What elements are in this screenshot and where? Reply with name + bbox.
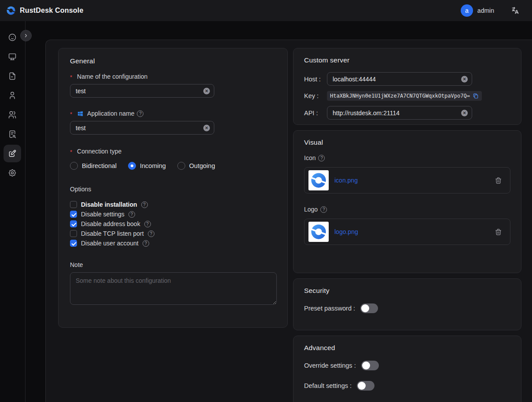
visual-card: Visual Icon ? ico <box>293 130 521 273</box>
logo-file-link[interactable]: logo.png <box>334 228 495 235</box>
avatar[interactable]: a <box>461 4 473 17</box>
rustdesk-logo-icon <box>6 6 16 15</box>
user-menu[interactable]: a admin <box>461 4 494 17</box>
sidebar-item-settings[interactable] <box>4 164 21 182</box>
monitor-icon <box>8 52 17 61</box>
connection-type-group: Bidirectional Incoming Outgoing <box>70 162 276 170</box>
connection-type-label: Connection type <box>70 148 276 155</box>
radio-icon[interactable] <box>70 162 78 170</box>
windows-icon <box>77 110 84 117</box>
sidebar-item-devices[interactable] <box>4 48 21 66</box>
custom-server-title: Custom server <box>304 56 510 64</box>
preset-password-toggle[interactable] <box>360 303 378 313</box>
icon-upload-label: Icon ? <box>304 154 510 161</box>
preset-password-label: Preset password : <box>304 305 355 312</box>
sidebar-item-documents[interactable] <box>4 67 21 85</box>
help-icon[interactable]: ? <box>143 240 149 247</box>
checkbox-icon[interactable] <box>70 201 77 208</box>
default-settings-label: Default settings : <box>304 382 352 389</box>
edit-icon <box>8 149 17 158</box>
option-disable-installation[interactable]: Disable installation ? <box>70 200 276 209</box>
help-icon[interactable]: ? <box>144 221 151 227</box>
advanced-title: Advanced <box>304 344 510 352</box>
help-icon[interactable]: ? <box>128 211 135 218</box>
radio-icon[interactable] <box>128 162 136 170</box>
radio-incoming[interactable]: Incoming <box>128 162 166 170</box>
note-label: Note <box>70 261 276 268</box>
advanced-card: Advanced Override settings : Default set… <box>293 336 521 402</box>
override-settings-label: Override settings : <box>304 362 356 369</box>
key-label: Key : <box>304 92 327 99</box>
general-card: General Name of the configuration ✕ Appl… <box>58 48 288 328</box>
top-header: RustDesk Console a admin <box>0 0 532 21</box>
radio-outgoing[interactable]: Outgoing <box>177 162 215 170</box>
file-search-icon <box>8 130 17 139</box>
main-panel: General Name of the configuration ✕ Appl… <box>45 40 532 402</box>
logo-thumbnail <box>308 222 329 242</box>
sidebar-item-users[interactable] <box>4 87 21 104</box>
api-label: API : <box>304 110 327 117</box>
checkbox-icon[interactable] <box>70 240 77 247</box>
help-icon[interactable]: ? <box>141 201 148 208</box>
override-settings-toggle[interactable] <box>361 361 379 370</box>
help-icon[interactable]: ? <box>137 110 143 117</box>
config-name-label: Name of the configuration <box>70 73 276 80</box>
clear-icon[interactable]: ✕ <box>461 110 468 116</box>
icon-file-link[interactable]: icon.png <box>334 177 495 184</box>
checkbox-icon[interactable] <box>70 211 77 218</box>
app-name-input[interactable] <box>70 121 214 135</box>
gear-icon <box>8 168 17 177</box>
security-card: Security Preset password : <box>293 278 521 330</box>
language-translate-icon[interactable] <box>511 6 520 15</box>
host-label: Host : <box>304 76 327 83</box>
checkbox-icon[interactable] <box>70 230 77 237</box>
logo-upload-label: Logo ? <box>304 206 510 213</box>
custom-server-card: Custom server Host : ✕ Key : HtaXBkJNHyn… <box>293 48 521 125</box>
sidebar-item-custom-clients[interactable] <box>4 145 21 162</box>
smiley-icon <box>8 33 17 42</box>
security-title: Security <box>304 287 510 295</box>
user-name: admin <box>477 7 494 14</box>
file-icon <box>8 72 17 80</box>
option-disable-address-book[interactable]: Disable address book ? <box>70 219 276 229</box>
sidebar-item-dashboard[interactable] <box>4 29 21 46</box>
app-title: RustDesk Console <box>20 7 84 15</box>
chevron-right-icon <box>23 33 29 38</box>
app-name-label: Application name ? <box>70 110 276 117</box>
host-input[interactable] <box>327 72 472 86</box>
option-disable-user-account[interactable]: Disable user account ? <box>70 238 276 248</box>
option-disable-tcp-listen-port[interactable]: Disable TCP listen port ? <box>70 229 276 238</box>
options-label: Options <box>70 186 276 193</box>
note-textarea[interactable] <box>70 272 277 305</box>
radio-bidirectional[interactable]: Bidirectional <box>70 162 117 170</box>
option-disable-settings[interactable]: Disable settings ? <box>70 209 276 219</box>
help-icon[interactable]: ? <box>148 230 154 237</box>
icon-thumbnail <box>308 170 329 190</box>
clear-icon[interactable]: ✕ <box>203 124 210 131</box>
config-name-input[interactable] <box>70 84 214 98</box>
trash-icon[interactable] <box>495 228 502 236</box>
visual-title: Visual <box>304 139 510 146</box>
copy-icon[interactable] <box>473 93 479 99</box>
key-value: HtaXBkJNHyn0e1U1jWXze7A7CN7QTGWqxkOtpaVp… <box>327 91 482 101</box>
radio-icon[interactable] <box>177 162 185 170</box>
sidebar-item-audit-logs[interactable] <box>4 125 21 143</box>
users-icon <box>8 110 17 119</box>
trash-icon[interactable] <box>495 177 502 184</box>
clear-icon[interactable]: ✕ <box>461 76 468 82</box>
icon-file-row: icon.png <box>304 167 510 194</box>
sidebar-expand-button[interactable] <box>20 30 32 41</box>
brand: RustDesk Console <box>6 6 84 15</box>
sidebar <box>0 21 26 402</box>
clear-icon[interactable]: ✕ <box>203 88 210 94</box>
general-title: General <box>70 57 276 65</box>
help-icon[interactable]: ? <box>320 206 327 213</box>
default-settings-toggle[interactable] <box>357 381 374 391</box>
api-input[interactable] <box>327 106 472 120</box>
checkbox-icon[interactable] <box>70 220 77 227</box>
user-icon <box>8 91 17 100</box>
options-list: Disable installation ? Disable settings … <box>70 200 276 248</box>
logo-file-row: logo.png <box>304 219 510 245</box>
help-icon[interactable]: ? <box>318 155 325 161</box>
sidebar-item-groups[interactable] <box>4 106 21 124</box>
